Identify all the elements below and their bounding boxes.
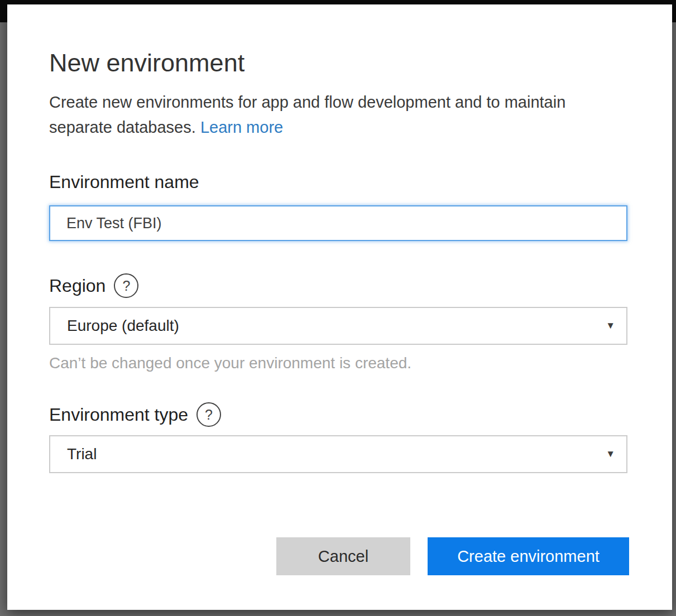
environment-type-label-row: Environment type ? (49, 402, 221, 427)
environment-type-select-value: Trial (67, 436, 97, 472)
environment-name-label: Environment name (49, 172, 199, 192)
region-label: Region (49, 276, 106, 296)
region-select-value: Europe (default) (67, 308, 179, 344)
environment-type-label: Environment type (49, 405, 188, 425)
chevron-down-icon: ▼ (606, 449, 615, 460)
question-mark-glyph: ? (205, 407, 213, 423)
environment-type-help-icon[interactable]: ? (196, 402, 221, 427)
chevron-down-icon: ▼ (606, 320, 615, 331)
region-select[interactable]: Europe (default) ▼ (49, 307, 627, 345)
question-mark-glyph: ? (122, 278, 130, 294)
environment-name-input[interactable] (49, 205, 627, 241)
region-helper-text: Can’t be changed once your environment i… (49, 354, 411, 372)
learn-more-link[interactable]: Learn more (200, 118, 283, 136)
cancel-button[interactable]: Cancel (276, 537, 410, 575)
environment-name-label-row: Environment name (49, 172, 199, 192)
region-label-row: Region ? (49, 273, 138, 298)
dialog-description: Create new environments for app and flow… (49, 90, 632, 140)
dialog-description-text: Create new environments for app and flow… (49, 93, 565, 136)
region-help-icon[interactable]: ? (114, 273, 138, 298)
environment-type-select[interactable]: Trial ▼ (49, 435, 627, 473)
new-environment-dialog: New environment Create new environments … (7, 4, 672, 610)
page-title: New environment (49, 48, 244, 78)
create-environment-button[interactable]: Create environment (428, 537, 629, 575)
